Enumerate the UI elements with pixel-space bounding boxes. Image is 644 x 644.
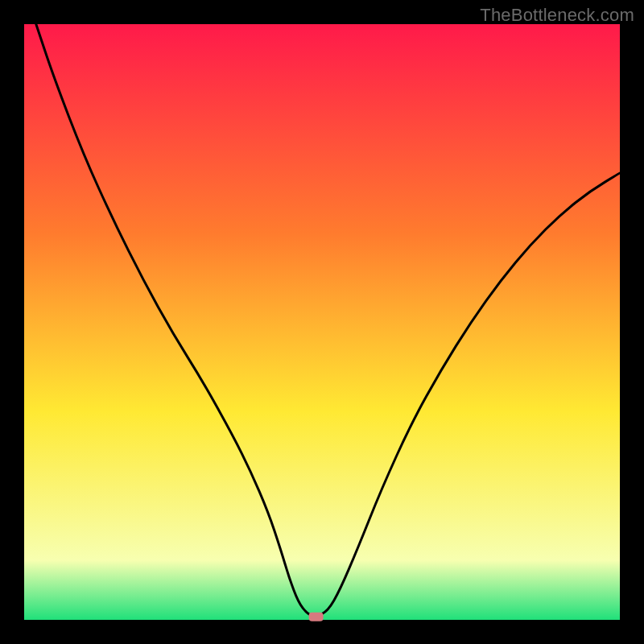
chart-svg	[0, 0, 644, 644]
optimal-point-marker	[309, 613, 324, 621]
chart-gradient-background	[24, 24, 620, 620]
watermark-text: TheBottleneck.com	[480, 5, 634, 26]
chart-container: TheBottleneck.com	[0, 0, 644, 644]
